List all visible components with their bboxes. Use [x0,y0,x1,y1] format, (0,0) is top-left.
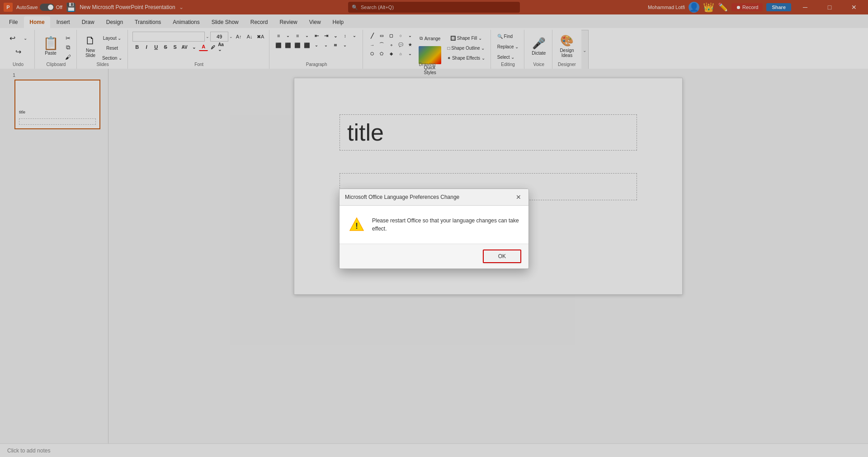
modal-message: Please restart Office so that your langu… [372,217,519,233]
modal-overlay: Microsoft Office Language Preferences Ch… [0,0,868,457]
modal-close-button[interactable]: ✕ [514,193,523,202]
modal-footer: OK [340,244,528,269]
svg-text:!: ! [355,221,358,231]
modal-body: ! Please restart Office so that your lan… [340,206,528,244]
warning-icon: ! [349,217,365,233]
modal-header: Microsoft Office Language Preferences Ch… [340,189,528,206]
language-change-dialog: Microsoft Office Language Preferences Ch… [339,188,529,269]
ok-button[interactable]: OK [483,250,521,263]
modal-title: Microsoft Office Language Preferences Ch… [345,194,459,200]
